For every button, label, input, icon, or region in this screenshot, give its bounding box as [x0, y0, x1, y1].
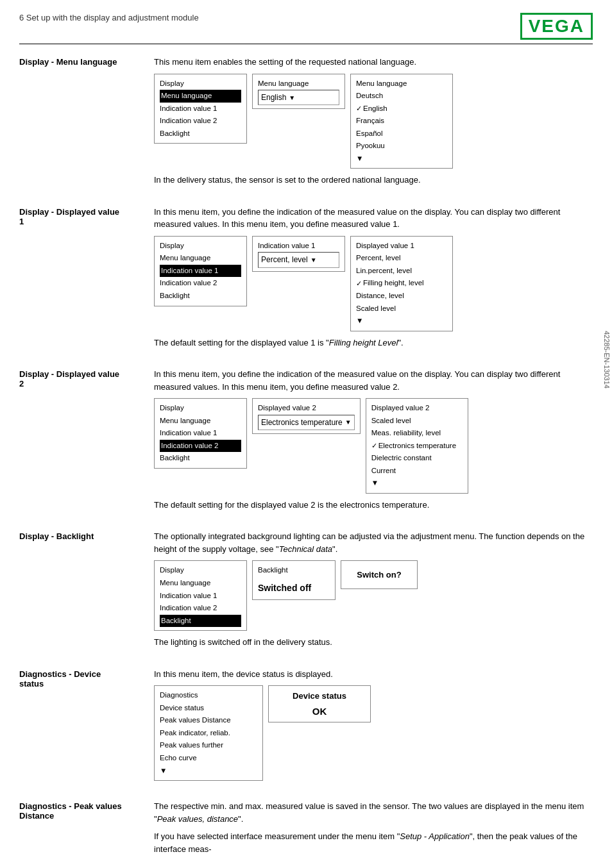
section-desc-backlight: The optionally integrated background lig… — [154, 530, 593, 555]
section-content-peak-values: The respective min. and max. measured va… — [154, 800, 593, 860]
section-content-backlight: The optionally integrated background lig… — [154, 530, 593, 653]
section-label-backlight: Display - Backlight — [19, 530, 154, 653]
menu-lang-highlighted: Menu language — [160, 90, 241, 103]
diagram-language-options: Menu language Deutsch English Français E… — [350, 74, 453, 169]
diagram-indication-value-1-panel: Indication value 1 Percent, level ▼ — [252, 236, 345, 272]
section-label-displayed-value-2: Display - Displayed value2 — [19, 368, 154, 516]
side-doc-number: 42285-EN-130314 — [603, 331, 611, 388]
diagram-display-menu-backlight: Display Menu language Indication value 1… — [154, 560, 247, 631]
section-label-menu-language: Display - Menu language — [19, 56, 154, 192]
diagram-device-status-panel: Device status OK — [268, 685, 371, 722]
diagram-diagnostics-menu: Diagnostics Device status Peak values Di… — [154, 685, 263, 781]
section-content-diagnostics-device: In this menu item, the device status is … — [154, 668, 593, 786]
diagram-displayed-value-2-panel: Displayed value 2 Electronics temperatur… — [252, 398, 361, 434]
setup-application-italic: Setup - Application — [400, 831, 470, 841]
section-label-peak-values: Diagnostics - Peak valuesDistance — [19, 800, 154, 860]
section-content-displayed-value-1: In this menu item, you define the indica… — [154, 206, 593, 354]
section-desc-peak-values-1: The respective min. and max. measured va… — [154, 800, 593, 825]
section-display-backlight: Display - Backlight The optionally integ… — [19, 530, 593, 653]
section-diagnostics-device-status: Diagnostics - Devicestatus In this menu … — [19, 668, 593, 786]
diagrams-row-displayed-value-1: Display Menu language Indication value 1… — [154, 236, 593, 331]
section-note-displayed-value-2: The default setting for the displayed va… — [154, 499, 593, 512]
section-desc-diagnostics-device: In this menu item, the device status is … — [154, 668, 593, 681]
section-desc-menu-language: This menu item enables the setting of th… — [154, 56, 593, 69]
diagram-displayed-value-2-options: Displayed value 2 Scaled level Meas. rel… — [366, 398, 468, 494]
option-filling-height: Filling height, level — [356, 277, 447, 290]
vega-logo: VEGA — [520, 13, 593, 40]
section-display-menu-language: Display - Menu language This menu item e… — [19, 56, 593, 192]
page-header: 6 Set up with the display and adjustment… — [19, 13, 593, 44]
diagram-display-menu: Display Menu language Indication value 1… — [154, 74, 247, 144]
section-desc-displayed-value-2: In this menu item, you define the indica… — [154, 368, 593, 393]
section-label-displayed-value-1: Display - Displayed value1 — [19, 206, 154, 354]
display-label: Display — [160, 78, 241, 90]
switch-on-label: Switch on? — [357, 570, 401, 580]
option-electronics-temp: Electronics temperature — [371, 440, 463, 453]
device-status-highlighted: Device status — [160, 704, 204, 712]
section-content-displayed-value-2: In this menu item, you define the indica… — [154, 368, 593, 516]
peak-values-italic: Peak values, distance — [157, 814, 238, 824]
section-desc-peak-values-2: If you have selected interface measureme… — [154, 830, 593, 855]
diagrams-row-backlight: Display Menu language Indication value 1… — [154, 560, 593, 631]
indication-val2-highlighted: Indication value 2 — [160, 440, 241, 453]
displayed-value-2-dropdown[interactable]: Electronics temperature ▼ — [258, 415, 355, 430]
indication-value-1-dropdown[interactable]: Percent, level ▼ — [258, 252, 339, 267]
diagram-displayed-value-1-options: Displayed value 1 Percent, level Lin.per… — [350, 236, 453, 331]
section-note-displayed-value-1: The default setting for the displayed va… — [154, 337, 593, 349]
menu-language-dropdown[interactable]: English ▼ — [258, 90, 339, 105]
backlight-switched-off: Switched off — [258, 581, 330, 596]
section-desc-displayed-value-1: In this menu item, you define the indica… — [154, 206, 593, 231]
dropdown-arrow-icon-2: ▼ — [310, 255, 317, 265]
section-displayed-value-2: Display - Displayed value2 In this menu … — [19, 368, 593, 516]
diagram-menu-language-panel: Menu language English ▼ — [252, 74, 345, 110]
device-status-ok-value: OK — [282, 706, 357, 717]
technical-data-italic: Technical data — [279, 544, 332, 554]
dropdown-arrow-icon: ▼ — [289, 92, 295, 103]
section-label-diagnostics-device: Diagnostics - Devicestatus — [19, 668, 154, 786]
note-italic-filling: Filling height Level — [329, 338, 398, 347]
section-content-menu-language: This menu item enables the setting of th… — [154, 56, 593, 192]
dropdown-arrow-icon-3: ▼ — [345, 417, 352, 428]
section-note-backlight: The lighting is switched off in the deli… — [154, 636, 593, 649]
diagram-display-menu-dv2: Display Menu language Indication value 1… — [154, 398, 247, 469]
section-displayed-value-1: Display - Displayed value1 In this menu … — [19, 206, 593, 354]
diagrams-row-displayed-value-2: Display Menu language Indication value 1… — [154, 398, 593, 494]
section-diagnostics-peak-values: Diagnostics - Peak valuesDistance The re… — [19, 800, 593, 860]
diagram-backlight-panel: Backlight Switched off — [252, 560, 336, 599]
diagram-display-menu-dv1: Display Menu language Indication value 1… — [154, 236, 247, 306]
option-english: English — [356, 103, 447, 115]
header-section-text: 6 Set up with the display and adjustment… — [19, 13, 199, 22]
diagrams-row-menu-language: Display Menu language Indication value 1… — [154, 74, 593, 169]
indication-val1-highlighted: Indication value 1 — [160, 265, 241, 278]
switch-on-box[interactable]: Switch on? — [341, 560, 418, 589]
section-note-menu-language: In the delivery status, the sensor is se… — [154, 174, 593, 187]
diagrams-row-diagnostics: Diagnostics Device status Peak values Di… — [154, 685, 593, 781]
backlight-highlighted: Backlight — [160, 615, 241, 628]
